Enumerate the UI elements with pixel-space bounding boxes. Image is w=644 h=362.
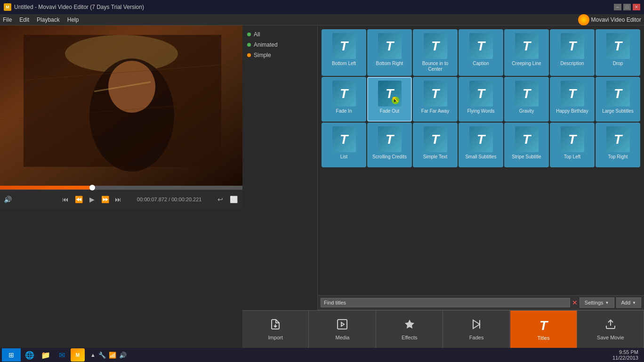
titles-button[interactable]: T Titles [510,311,577,348]
svg-marker-14 [405,320,414,329]
title-card-bounce-center[interactable]: T Bounce in to Center [413,29,458,76]
title-label: Drop [613,61,623,66]
left-panel: 🔊 ⏮ ⏪ ▶ ⏩ ⏭ 00:00:07.872 / 00:00:20.221 … [0,25,242,348]
tray-up-arrow[interactable]: ▲ [90,352,96,358]
fades-button[interactable]: Fades [443,311,510,348]
title-card-drop[interactable]: T Drop [596,29,640,76]
filter-simple[interactable]: Simple [246,50,314,60]
media-label: Media [336,335,350,340]
title-label: Top Left [564,154,581,160]
effects-button[interactable]: Effects [377,311,443,348]
title-card-top-left[interactable]: T Top Left [550,123,595,167]
title-label: Gravity [519,108,534,114]
settings-button[interactable]: Settings ▼ [580,297,614,308]
filter-animated[interactable]: Animated [246,40,314,50]
step-back-button[interactable]: ⏪ [73,194,84,205]
title-icon: T [424,126,447,152]
svg-point-9 [392,97,399,104]
title-icon: T [606,81,630,107]
playback-controls: 🔊 ⏮ ⏪ ▶ ⏩ ⏭ 00:00:07.872 / 00:00:20.221 … [0,189,242,208]
taskbar: ⊞ 🌐 📁 ✉ M ▲ 🔧 📶 🔊 9:55 PM 11/22/2013 [0,348,644,362]
title-card-fade-in[interactable]: T Fade In [322,77,366,122]
minimize-button[interactable]: ─ [614,4,621,10]
title-label: Stripe Subtitle [512,154,541,160]
title-label: List [340,154,348,160]
title-card-large-subtitles[interactable]: T Large Subtitles [596,77,640,122]
title-label: Top Right [608,154,628,160]
title-card-simple-text[interactable]: T Simple Text [413,123,458,167]
title-card-fade-out[interactable]: T Fade Out [367,77,412,122]
filter-animated-dot [247,43,251,47]
menu-playback[interactable]: Playback [37,16,60,23]
title-card-flying-words[interactable]: T Flying Words [459,77,503,122]
save-movie-button[interactable]: Save Movie [578,311,644,348]
add-label: Add [621,300,631,305]
go-start-button[interactable]: ⏮ [60,194,71,205]
go-end-button[interactable]: ⏭ [113,194,123,205]
step-forward-button[interactable]: ⏩ [100,194,110,205]
title-card-gravity[interactable]: T Gravity [504,77,549,122]
filter-all[interactable]: All [246,29,314,40]
taskbar-outlook-icon[interactable]: ✉ [55,348,69,362]
search-input[interactable] [321,298,570,307]
taskbar-movavi-icon[interactable]: M [71,348,85,362]
close-button[interactable]: ✕ [633,4,640,10]
title-card-small-subtitles[interactable]: T Small Subtitles [459,123,503,167]
titles-grid-scroll[interactable]: T Bottom Left T Bottom Right T Bounce in… [318,25,644,295]
add-button[interactable]: Add ▼ [616,297,642,308]
import-label: Import [268,335,283,340]
progress-bar[interactable] [0,186,242,189]
title-card-caption[interactable]: T Caption [459,29,503,76]
content-area: T Bottom Left T Bottom Right T Bounce in… [318,25,644,310]
maximize-button[interactable]: □ [623,4,631,10]
title-card-description[interactable]: T Description [550,29,595,76]
media-button[interactable]: Media [309,311,376,348]
title-card-far-far-away[interactable]: T Far Far Away [413,77,458,122]
app-name: Movavi Video Editor [591,16,642,23]
undo-button[interactable]: ↩ [215,194,225,205]
logo-icon [578,14,589,25]
volume-icon[interactable]: 🔊 [4,196,12,203]
filter-panel: All Animated Simple [242,25,318,310]
title-label: Bounce in to Center [416,61,455,72]
title-label: Description [560,61,584,66]
titlebar: M Untitled - Movavi Video Editor (7 Days… [0,0,644,14]
redo-button[interactable]: ⬜ [228,194,239,205]
menu-edit[interactable]: Edit [19,16,29,23]
menu-file[interactable]: File [3,16,12,23]
search-clear-icon[interactable]: ✕ [572,299,578,306]
title-card-happy-birthday[interactable]: T Happy Birthday [550,77,595,122]
settings-arrow: ▼ [605,301,609,305]
system-tray: ▲ 🔧 📶 🔊 [87,352,130,359]
progress-handle[interactable] [89,185,95,190]
title-card-scrolling-credits[interactable]: T Scrolling Credits [367,123,412,167]
taskbar-ie-icon[interactable]: 🌐 [23,348,37,362]
clock-date: 11/22/2013 [612,355,638,361]
start-button[interactable]: ⊞ [2,348,21,362]
title-card-stripe-subtitle[interactable]: T Stripe Subtitle [504,123,549,167]
title-card-creeping-line[interactable]: T Creeping Line [504,29,549,76]
settings-label: Settings [585,300,604,305]
video-preview [0,25,242,186]
title-card-top-right[interactable]: T Top Right [596,123,640,167]
title-card-list[interactable]: T List [322,123,366,167]
title-icon: T [378,81,402,107]
title-icon: T [332,81,356,107]
play-button[interactable]: ▶ [87,194,97,205]
title-icon: T [515,81,539,107]
title-card-bottom-right[interactable]: T Bottom Right [367,29,412,76]
title-icon: T [561,126,584,152]
title-label: Small Subtitles [465,154,496,160]
import-button[interactable]: Import [242,311,309,348]
bottom-toolbar: Import Media Effects Fades [242,310,644,348]
svg-marker-13 [341,322,344,326]
save-icon [605,319,616,333]
title-card-bottom-left[interactable]: T Bottom Left [322,29,366,76]
media-icon [337,319,348,333]
taskbar-folder-icon[interactable]: 📁 [39,348,53,362]
video-content [0,25,242,186]
menubar: File Edit Playback Help Movavi Video Edi… [0,14,644,25]
menu-help[interactable]: Help [67,16,79,23]
title-icon: T [469,81,493,107]
import-icon [270,319,281,333]
